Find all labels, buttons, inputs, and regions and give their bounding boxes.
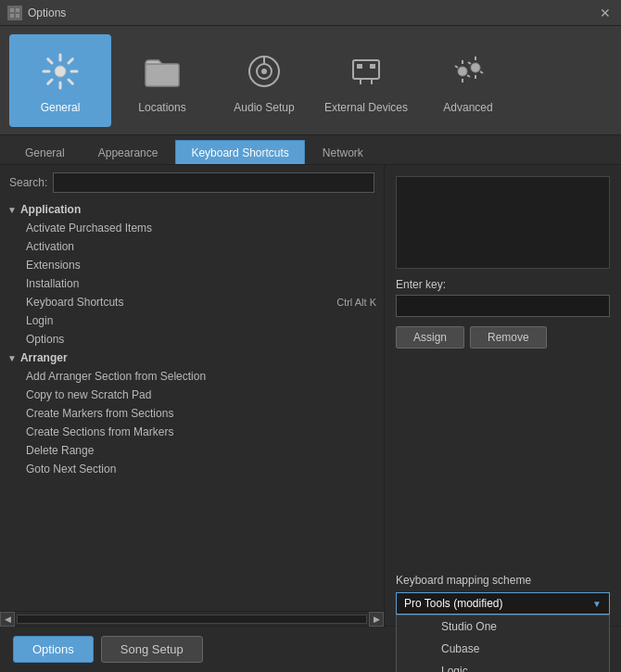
options-button[interactable]: Options — [13, 636, 94, 663]
nav-audio-setup[interactable]: Audio Setup — [213, 34, 315, 127]
svg-rect-3 — [16, 14, 19, 18]
window-icon — [7, 6, 22, 20]
nav-external-label: External Devices — [324, 101, 408, 114]
list-item[interactable]: Activation — [0, 237, 384, 256]
h-scroll-track[interactable] — [17, 615, 367, 624]
svg-line-32 — [480, 71, 483, 73]
audio-icon — [240, 47, 288, 95]
tab-general[interactable]: General — [9, 140, 81, 164]
remove-button[interactable]: Remove — [470, 326, 547, 349]
dropdown-item-logic[interactable]: Logic — [397, 660, 609, 672]
preview-box — [396, 176, 610, 269]
svg-line-12 — [48, 80, 52, 83]
btn-row: Assign Remove — [396, 326, 610, 349]
section-application-label: Application — [20, 203, 81, 216]
search-label: Search: — [9, 176, 47, 189]
folder-icon — [138, 47, 186, 95]
svg-point-28 — [471, 63, 480, 72]
list-item[interactable]: Add Arranger Section from Selection — [0, 367, 384, 386]
svg-rect-18 — [353, 60, 379, 79]
dropdown-selected[interactable]: Pro Tools (modified) ▼ — [396, 592, 610, 615]
svg-rect-0 — [10, 8, 14, 12]
svg-rect-20 — [370, 64, 375, 69]
enter-key-label: Enter key: — [396, 278, 610, 291]
svg-rect-19 — [357, 64, 362, 69]
window-title: Options — [28, 6, 597, 19]
nav-general-label: General — [41, 101, 81, 114]
search-input[interactable] — [53, 172, 374, 193]
arrow-icon: ▼ — [7, 205, 17, 215]
list-item[interactable]: Installation — [0, 274, 384, 293]
svg-rect-1 — [16, 8, 19, 12]
section-arranger-label: Arranger — [20, 351, 68, 364]
svg-rect-13 — [146, 64, 179, 86]
svg-line-26 — [455, 66, 458, 68]
advanced-icon — [444, 47, 492, 95]
list-item[interactable]: Activate Purchased Items — [0, 219, 384, 237]
nav-advanced-label: Advanced — [443, 101, 492, 114]
scroll-left-button[interactable]: ◀ — [0, 612, 15, 627]
song-setup-button[interactable]: Song Setup — [101, 636, 203, 663]
nav-advanced[interactable]: Advanced — [417, 34, 519, 127]
dropdown-menu: Studio One Cubase Logic ✓ Pro Tools — [396, 615, 610, 672]
svg-line-10 — [69, 80, 72, 83]
tab-network[interactable]: Network — [307, 140, 379, 164]
top-nav: General Locations Audio Setup — [0, 26, 621, 135]
tab-bar: General Appearance Keyboard Shortcuts Ne… — [0, 135, 621, 165]
section-arranger[interactable]: ▼ Arranger — [0, 349, 384, 367]
list-item[interactable]: Goto Next Section — [0, 460, 384, 478]
h-scroll-area: ◀ ▶ — [0, 611, 384, 626]
list-item-keyboard-shortcuts[interactable]: Keyboard ShortcutsCtrl Alt K — [0, 293, 384, 311]
scroll-right-button[interactable]: ▶ — [369, 612, 384, 627]
nav-audio-label: Audio Setup — [234, 101, 294, 114]
search-row: Search: — [0, 165, 384, 200]
svg-point-16 — [261, 69, 267, 74]
dropdown-item-studio-one[interactable]: Studio One — [397, 615, 609, 638]
svg-line-11 — [69, 58, 72, 62]
close-button[interactable]: ✕ — [597, 5, 614, 21]
enter-key-input[interactable] — [396, 295, 610, 317]
right-panel: Enter key: Assign Remove Keyboard mappin… — [385, 165, 621, 626]
section-application[interactable]: ▼ Application — [0, 200, 384, 219]
device-icon — [342, 47, 390, 95]
list-item[interactable]: Create Sections from Markers — [0, 423, 384, 441]
dropdown-selected-text: Pro Tools (modified) — [404, 597, 503, 610]
svg-point-4 — [55, 66, 66, 77]
list-item[interactable]: Extensions — [0, 256, 384, 274]
svg-line-31 — [468, 62, 471, 64]
tab-keyboard-shortcuts[interactable]: Keyboard Shortcuts — [175, 140, 304, 164]
arrow-icon: ▼ — [7, 353, 17, 363]
left-panel: Search: ▼ Application Activate Purchased… — [0, 165, 385, 626]
list-item-create-markers[interactable]: Create Markers from Sections — [0, 404, 384, 423]
assign-button[interactable]: Assign — [396, 326, 464, 349]
shortcut-list[interactable]: ▼ Application Activate Purchased Items A… — [0, 200, 384, 611]
title-bar: Options ✕ — [0, 0, 621, 26]
tab-appearance[interactable]: Appearance — [82, 140, 174, 164]
list-item[interactable]: Copy to new Scratch Pad — [0, 386, 384, 404]
svg-line-27 — [467, 75, 470, 77]
nav-locations-label: Locations — [138, 101, 185, 114]
list-item[interactable]: Options — [0, 330, 384, 349]
nav-locations[interactable]: Locations — [111, 34, 213, 127]
gear-icon — [36, 47, 84, 95]
list-item[interactable]: Login — [0, 311, 384, 330]
nav-general[interactable]: General — [9, 34, 111, 127]
list-item[interactable]: Delete Range — [0, 441, 384, 460]
keyboard-scheme-dropdown[interactable]: Pro Tools (modified) ▼ Studio One Cubase… — [396, 592, 610, 615]
svg-rect-2 — [10, 14, 14, 18]
svg-line-9 — [48, 58, 52, 62]
nav-external-devices[interactable]: External Devices — [315, 34, 417, 127]
dropdown-item-cubase[interactable]: Cubase — [397, 638, 609, 660]
scheme-label: Keyboard mapping scheme — [396, 574, 610, 587]
chevron-down-icon: ▼ — [592, 599, 602, 609]
main-content: Search: ▼ Application Activate Purchased… — [0, 165, 621, 626]
svg-point-23 — [458, 67, 467, 76]
